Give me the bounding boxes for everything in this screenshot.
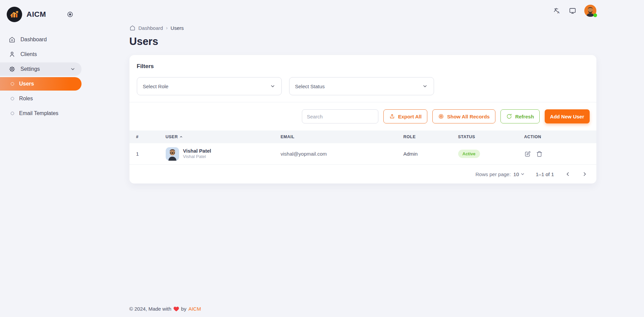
bullet-icon bbox=[11, 82, 14, 86]
delete-icon[interactable] bbox=[536, 151, 543, 157]
online-status-dot bbox=[593, 13, 597, 17]
column-role: Role bbox=[404, 135, 458, 139]
brand-name: AICM bbox=[26, 10, 46, 19]
bullet-icon bbox=[11, 112, 14, 115]
monitor-icon[interactable] bbox=[569, 7, 576, 14]
row-actions bbox=[524, 151, 596, 157]
users-card: Filters Select Role Select Status bbox=[129, 55, 596, 183]
table-toolbar: Export All Show All Records bbox=[129, 102, 596, 130]
chevron-down-icon bbox=[520, 172, 525, 176]
filters-heading: Filters bbox=[137, 63, 589, 70]
role-select-value: Select Role bbox=[143, 84, 169, 89]
sort-asc-icon bbox=[179, 135, 183, 139]
row-user-avatar bbox=[166, 147, 179, 161]
sidebar-nav: Dashboard Clients bbox=[0, 33, 82, 120]
sidebar-item-label: Dashboard bbox=[20, 37, 47, 43]
sidebar-item-dashboard[interactable]: Dashboard bbox=[0, 33, 82, 46]
chevron-down-icon bbox=[270, 84, 275, 89]
bullet-icon bbox=[11, 97, 14, 100]
footer-by: by bbox=[181, 306, 186, 312]
user-cell: Vishal Patel Vishal Patel bbox=[166, 147, 281, 161]
status-badge: Active bbox=[458, 150, 480, 158]
chevron-left-icon bbox=[565, 171, 571, 177]
breadcrumb: Dashboard › Users bbox=[129, 25, 596, 31]
refresh-button[interactable]: Refresh bbox=[500, 109, 540, 123]
sidebar-item-settings[interactable]: Settings bbox=[0, 62, 82, 76]
home-icon bbox=[9, 36, 15, 43]
sidebar-item-clients[interactable]: Clients bbox=[0, 48, 82, 61]
translate-icon[interactable]: A bbox=[553, 7, 561, 14]
show-all-icon bbox=[438, 113, 444, 119]
edit-icon[interactable] bbox=[524, 151, 531, 157]
svg-text:A: A bbox=[557, 11, 559, 14]
chevron-right-icon bbox=[582, 171, 588, 177]
footer-brand-link[interactable]: AICM bbox=[189, 306, 201, 312]
filters-section: Filters Select Role Select Status bbox=[129, 55, 596, 102]
breadcrumb-current: Users bbox=[171, 25, 184, 31]
status-select[interactable]: Select Status bbox=[289, 77, 434, 95]
heart-icon bbox=[173, 306, 179, 312]
pagination-bar: Rows per page: 10 1–1 of 1 bbox=[129, 165, 596, 183]
pagination-range: 1–1 of 1 bbox=[536, 171, 554, 177]
table-header: # User Email Role Status Action bbox=[129, 130, 596, 143]
sidebar-item-label: Roles bbox=[19, 96, 33, 102]
table-row: 1 bbox=[129, 143, 596, 165]
chevron-down-icon bbox=[422, 84, 428, 89]
search-input[interactable] bbox=[302, 109, 378, 123]
sidebar-item-users[interactable]: Users bbox=[0, 77, 82, 91]
row-index: 1 bbox=[136, 151, 166, 157]
export-icon bbox=[389, 113, 395, 119]
sidebar-item-label: Email Templates bbox=[19, 110, 58, 116]
topbar: A bbox=[129, 0, 596, 21]
column-index: # bbox=[136, 135, 166, 139]
show-all-records-label: Show All Records bbox=[447, 114, 490, 119]
sidebar: AICM Dashboard bbox=[0, 0, 82, 317]
role-select[interactable]: Select Role bbox=[137, 77, 282, 95]
status-select-value: Select Status bbox=[295, 84, 325, 89]
sidebar-item-label: Clients bbox=[20, 51, 37, 57]
show-all-records-button[interactable]: Show All Records bbox=[432, 109, 495, 123]
footer-copyright: © 2024, Made with bbox=[129, 306, 171, 312]
gear-icon bbox=[9, 66, 15, 72]
add-new-user-button[interactable]: Add New User bbox=[545, 109, 590, 123]
chevron-down-icon bbox=[70, 66, 75, 72]
column-status: Status bbox=[458, 135, 524, 139]
previous-page-button[interactable] bbox=[565, 171, 571, 177]
sidebar-item-label: Users bbox=[19, 81, 34, 87]
sidebar-toggle-icon[interactable] bbox=[67, 11, 73, 18]
main-area: A bbox=[82, 0, 644, 317]
breadcrumb-separator: › bbox=[166, 25, 168, 31]
column-user-sort[interactable]: User bbox=[166, 135, 281, 139]
refresh-icon bbox=[506, 113, 512, 119]
sidebar-item-label: Settings bbox=[20, 66, 40, 72]
column-action: Action bbox=[524, 135, 596, 139]
home-icon[interactable] bbox=[129, 25, 136, 31]
user-email: vishal@yopmail.com bbox=[281, 151, 404, 157]
user-subtitle: Vishal Patel bbox=[183, 154, 211, 160]
next-page-button[interactable] bbox=[582, 171, 588, 177]
export-all-button[interactable]: Export All bbox=[383, 109, 427, 123]
column-email: Email bbox=[281, 135, 404, 139]
export-all-label: Export All bbox=[398, 114, 422, 119]
user-name: Vishal Patel bbox=[183, 148, 211, 154]
profile-avatar[interactable] bbox=[584, 5, 596, 17]
rows-per-page-label: Rows per page: bbox=[476, 171, 511, 177]
app-root: AICM Dashboard bbox=[0, 0, 644, 317]
rows-per-page-select[interactable]: 10 bbox=[514, 171, 525, 177]
app-logo bbox=[7, 7, 22, 22]
user-icon bbox=[9, 51, 15, 58]
user-role: Admin bbox=[404, 151, 458, 157]
sidebar-header: AICM bbox=[0, 5, 82, 24]
footer: © 2024, Made with by AICM bbox=[129, 306, 596, 317]
column-user-label: User bbox=[166, 135, 178, 139]
page-title: Users bbox=[129, 36, 596, 48]
add-new-user-label: Add New User bbox=[550, 114, 584, 119]
refresh-label: Refresh bbox=[515, 114, 534, 119]
rows-per-page-value: 10 bbox=[514, 171, 519, 177]
sidebar-item-roles[interactable]: Roles bbox=[0, 92, 82, 105]
breadcrumb-dashboard-link[interactable]: Dashboard bbox=[139, 25, 163, 31]
sidebar-item-email-templates[interactable]: Email Templates bbox=[0, 107, 82, 120]
